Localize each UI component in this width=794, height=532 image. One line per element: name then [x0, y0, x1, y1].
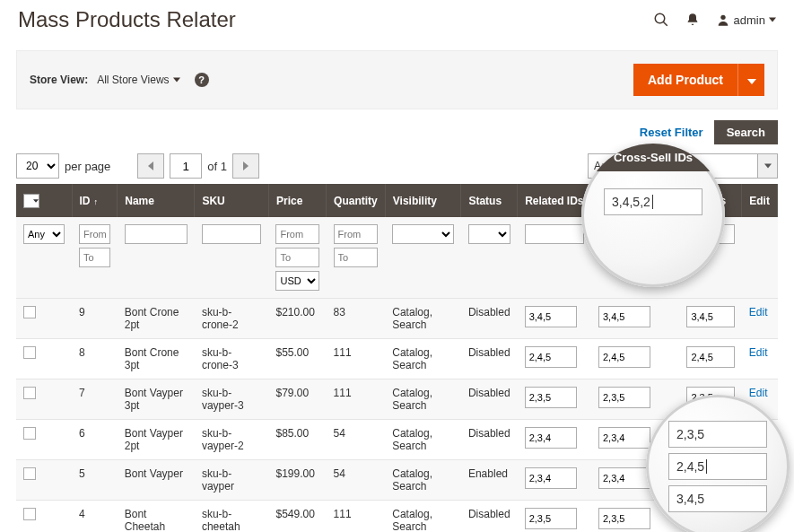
- col-price[interactable]: Price: [268, 184, 326, 217]
- input-related-ids[interactable]: [525, 346, 577, 368]
- row-checkbox[interactable]: [23, 346, 36, 359]
- lens-input-row3[interactable]: 3,4,5: [668, 485, 767, 512]
- filter-related[interactable]: [525, 224, 584, 244]
- input-related-ids[interactable]: [525, 508, 577, 529]
- search-button[interactable]: Search: [714, 120, 778, 144]
- cell-id: 9: [72, 299, 118, 339]
- cell-visibility: Catalog, Search: [385, 501, 461, 533]
- page-title: Mass Products Relater: [18, 7, 637, 32]
- col-visibility[interactable]: Visibility: [385, 184, 461, 217]
- cell-name: Bont Vayper 2pt: [118, 420, 195, 460]
- cell-qty: 111: [327, 379, 386, 420]
- cell-sku: sku-b-vayper: [195, 460, 269, 501]
- page-input[interactable]: [170, 153, 202, 179]
- cell-visibility: Catalog, Search: [385, 379, 461, 420]
- filter-id-from[interactable]: [79, 224, 110, 244]
- cell-sku: sku-b-crone-2: [195, 299, 269, 339]
- filter-price-from[interactable]: [275, 224, 318, 244]
- lens-input-row1[interactable]: 2,3,5: [668, 421, 767, 448]
- cell-qty: 54: [327, 460, 386, 501]
- edit-link[interactable]: Edit: [749, 387, 768, 399]
- cell-id: 7: [72, 379, 118, 420]
- input-cross-sell-ids[interactable]: [598, 467, 650, 489]
- per-page-select[interactable]: 20: [16, 153, 59, 179]
- input-upsell-ids[interactable]: [686, 306, 734, 327]
- cell-price: $549.00: [268, 501, 326, 533]
- col-name[interactable]: Name: [118, 184, 195, 217]
- col-sku[interactable]: SKU: [195, 184, 269, 217]
- add-product-button[interactable]: Add Product: [633, 64, 737, 96]
- reset-filter-link[interactable]: Reset Filter: [629, 120, 714, 144]
- table-row: 8Bont Crone 3ptsku-b-crone-3$55.00111Cat…: [16, 339, 778, 379]
- cell-sku: sku-b-crone-3: [195, 339, 269, 379]
- filter-id-to[interactable]: [79, 248, 110, 267]
- bell-icon[interactable]: [685, 13, 700, 28]
- lens-input-row2[interactable]: 2,4,5: [668, 453, 767, 480]
- input-cross-sell-ids[interactable]: [598, 346, 650, 368]
- row-checkbox[interactable]: [23, 427, 36, 440]
- filter-any-select[interactable]: Any: [23, 224, 65, 244]
- input-cross-sell-ids[interactable]: [598, 306, 650, 327]
- cell-price: $199.00: [268, 460, 326, 501]
- filter-qty-to[interactable]: [334, 248, 379, 267]
- header-checkbox[interactable]: [16, 184, 72, 217]
- filter-qty-from[interactable]: [334, 224, 379, 244]
- cell-qty: 111: [327, 339, 386, 379]
- cell-id: 8: [72, 339, 118, 379]
- lens-input-cross[interactable]: 3,4,5,2: [604, 188, 702, 215]
- cell-name: Bont Cheetah: [118, 501, 195, 533]
- input-related-ids[interactable]: [525, 467, 577, 489]
- cell-sku: sku-b-vayper-2: [195, 420, 269, 460]
- help-icon[interactable]: ?: [195, 73, 209, 87]
- filter-currency[interactable]: USD: [275, 271, 318, 291]
- per-page-label: per page: [65, 160, 110, 173]
- svg-point-0: [655, 13, 665, 23]
- row-checkbox[interactable]: [23, 467, 36, 480]
- filter-name[interactable]: [125, 224, 188, 244]
- row-checkbox[interactable]: [23, 508, 36, 520]
- filter-price-to[interactable]: [275, 248, 318, 267]
- actions-toggle[interactable]: [758, 153, 778, 179]
- row-checkbox[interactable]: [23, 387, 36, 399]
- edit-link[interactable]: Edit: [749, 306, 768, 318]
- user-icon: [716, 13, 730, 27]
- add-product-toggle[interactable]: [737, 64, 764, 96]
- col-status[interactable]: Status: [461, 184, 518, 217]
- cell-sku: sku-b-cheetah: [195, 501, 269, 533]
- search-icon[interactable]: [653, 12, 669, 28]
- cell-name: Bont Crone 3pt: [118, 339, 195, 379]
- input-related-ids[interactable]: [525, 387, 577, 408]
- prev-page-button[interactable]: [137, 153, 164, 179]
- cell-qty: 83: [327, 299, 386, 339]
- filter-visibility[interactable]: [392, 224, 454, 244]
- storeview-select[interactable]: All Store Views: [97, 74, 179, 86]
- input-cross-sell-ids[interactable]: [598, 387, 650, 408]
- cell-price: $55.00: [268, 339, 326, 379]
- row-checkbox[interactable]: [23, 306, 36, 318]
- col-quantity[interactable]: Quantity: [327, 184, 386, 217]
- next-page-button[interactable]: [232, 153, 259, 179]
- filter-sku[interactable]: [202, 224, 262, 244]
- svg-point-2: [720, 15, 725, 20]
- cell-name: Bont Crone 2pt: [118, 299, 195, 339]
- input-related-ids[interactable]: [525, 306, 577, 327]
- cell-price: $210.00: [268, 299, 326, 339]
- page-of-label: of 1: [207, 160, 227, 173]
- cell-status: Disabled: [461, 299, 518, 339]
- input-cross-sell-ids[interactable]: [598, 427, 650, 449]
- cell-status: Disabled: [461, 339, 518, 379]
- col-related-ids[interactable]: Related IDs: [518, 184, 591, 217]
- filter-status[interactable]: [468, 224, 510, 244]
- input-related-ids[interactable]: [525, 427, 577, 449]
- cell-visibility: Catalog, Search: [385, 339, 461, 379]
- cell-status: Disabled: [461, 420, 518, 460]
- col-id[interactable]: ID↑: [72, 184, 118, 217]
- cell-visibility: Catalog, Search: [385, 299, 461, 339]
- input-cross-sell-ids[interactable]: [598, 508, 650, 529]
- admin-account[interactable]: admin: [716, 13, 776, 27]
- cell-id: 4: [72, 501, 118, 533]
- cell-price: $85.00: [268, 420, 326, 460]
- input-upsell-ids[interactable]: [686, 346, 734, 368]
- edit-link[interactable]: Edit: [749, 346, 768, 359]
- chevron-left-icon: [147, 161, 154, 170]
